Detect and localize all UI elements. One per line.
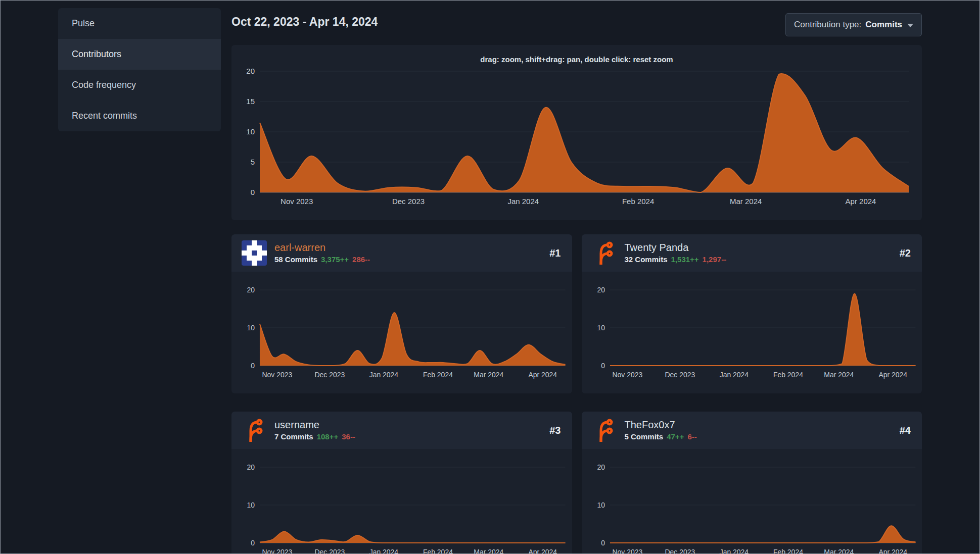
svg-text:Mar 2024: Mar 2024 [730, 197, 762, 206]
svg-text:Mar 2024: Mar 2024 [824, 548, 854, 554]
deletions-count: 6-- [687, 432, 696, 441]
svg-text:10: 10 [597, 324, 605, 332]
contributor-card-2: Twenty Panda 32 Commits 1,531++ 1,297-- … [582, 234, 922, 393]
contributor-name-link[interactable]: earl-warren [274, 242, 542, 253]
svg-text:Apr 2024: Apr 2024 [528, 548, 557, 554]
contributor-card-1: earl-warren 58 Commits 3,375++ 286-- #1 … [231, 234, 572, 393]
sidebar-item-pulse[interactable]: Pulse [58, 8, 221, 39]
forgejo-logo-icon [592, 240, 617, 266]
svg-text:Nov 2023: Nov 2023 [262, 548, 293, 554]
forgejo-avatar[interactable] [242, 418, 267, 443]
svg-text:Apr 2024: Apr 2024 [878, 371, 907, 379]
contributor-stats: 7 Commits 108++ 36-- [274, 432, 542, 441]
contributor-chart-area: 01020Nov 2023Dec 2023Jan 2024Feb 2024Mar… [231, 449, 572, 554]
contributor-stats: 58 Commits 3,375++ 286-- [274, 255, 542, 264]
contributor-commits-chart[interactable]: 01020Nov 2023Dec 2023Jan 2024Feb 2024Mar… [231, 449, 572, 554]
svg-text:10: 10 [247, 324, 255, 332]
contributor-chart-area: 01020Nov 2023Dec 2023Jan 2024Feb 2024Mar… [582, 449, 922, 554]
svg-text:10: 10 [597, 501, 605, 509]
sidebar-item-code-frequency[interactable]: Code frequency [58, 70, 221, 100]
contributor-name-link[interactable]: username [274, 420, 542, 430]
svg-text:Jan 2024: Jan 2024 [507, 197, 539, 206]
svg-text:Mar 2024: Mar 2024 [474, 371, 503, 379]
svg-text:20: 20 [246, 67, 255, 75]
svg-text:Feb 2024: Feb 2024 [423, 371, 453, 379]
contributor-chart-area: 01020Nov 2023Dec 2023Jan 2024Feb 2024Mar… [582, 272, 922, 393]
contributor-card-header: username 7 Commits 108++ 36-- #3 [231, 412, 572, 449]
contribution-type-label: Contribution type: [794, 20, 861, 30]
svg-text:Apr 2024: Apr 2024 [528, 371, 557, 379]
svg-text:Dec 2023: Dec 2023 [314, 548, 345, 554]
dropdown-caret-icon [907, 24, 913, 27]
deletions-count: 1,297-- [703, 255, 727, 264]
svg-text:15: 15 [246, 97, 255, 106]
contributor-stats: 5 Commits 47++ 6-- [625, 432, 892, 441]
forgejo-avatar[interactable] [592, 240, 617, 266]
svg-text:Feb 2024: Feb 2024 [423, 548, 453, 554]
overall-commits-area-chart[interactable]: 05101520Nov 2023Dec 2023Jan 2024Feb 2024… [231, 45, 922, 220]
contributor-commits-chart[interactable]: 01020Nov 2023Dec 2023Jan 2024Feb 2024Mar… [582, 449, 922, 554]
contributor-rank: #4 [900, 425, 911, 436]
identicon-image [242, 240, 267, 266]
contributor-name-link[interactable]: Twenty Panda [625, 242, 892, 253]
svg-text:5: 5 [251, 158, 255, 166]
overall-activity-chart-panel: drag: zoom, shift+drag: pan, double clic… [231, 45, 922, 220]
contributor-commits-chart[interactable]: 01020Nov 2023Dec 2023Jan 2024Feb 2024Mar… [231, 272, 572, 393]
svg-text:0: 0 [601, 539, 605, 547]
svg-text:Nov 2023: Nov 2023 [262, 371, 293, 379]
contributor-rank: #3 [549, 425, 561, 436]
svg-text:20: 20 [247, 463, 255, 471]
svg-text:10: 10 [246, 127, 255, 136]
svg-text:0: 0 [251, 539, 255, 547]
contribution-type-dropdown[interactable]: Contribution type: Commits [785, 13, 922, 36]
additions-count: 47++ [667, 432, 684, 441]
activity-sidebar-menu: Pulse Contributors Code frequency Recent… [58, 8, 221, 131]
svg-text:Mar 2024: Mar 2024 [474, 548, 503, 554]
svg-text:Feb 2024: Feb 2024 [622, 197, 654, 206]
chart-zoom-hint: drag: zoom, shift+drag: pan, double clic… [231, 55, 922, 64]
contributor-meta: Twenty Panda 32 Commits 1,531++ 1,297-- [625, 242, 892, 264]
contribution-type-value: Commits [865, 20, 902, 30]
svg-text:Jan 2024: Jan 2024 [719, 371, 749, 379]
commit-count: 32 Commits [625, 255, 668, 264]
svg-text:20: 20 [247, 286, 255, 294]
svg-text:Apr 2024: Apr 2024 [878, 548, 907, 554]
deletions-count: 36-- [342, 432, 355, 441]
contributor-card-4: TheFox0x7 5 Commits 47++ 6-- #4 01020Nov… [582, 412, 922, 554]
additions-count: 3,375++ [321, 255, 349, 264]
contributor-stats: 32 Commits 1,531++ 1,297-- [625, 255, 892, 264]
contributor-meta: TheFox0x7 5 Commits 47++ 6-- [625, 420, 892, 441]
contributor-card-3: username 7 Commits 108++ 36-- #3 01020No… [231, 412, 572, 554]
page-layout: Pulse Contributors Code frequency Recent… [1, 1, 979, 554]
svg-text:Nov 2023: Nov 2023 [612, 371, 642, 379]
svg-text:0: 0 [251, 362, 255, 370]
sidebar-item-recent-commits[interactable]: Recent commits [58, 100, 221, 131]
date-range-title: Oct 22, 2023 - Apr 14, 2024 [231, 13, 378, 29]
svg-text:Nov 2023: Nov 2023 [281, 197, 313, 206]
svg-text:Dec 2023: Dec 2023 [392, 197, 425, 206]
contributor-chart-area: 01020Nov 2023Dec 2023Jan 2024Feb 2024Mar… [231, 272, 572, 393]
contributor-name-link[interactable]: TheFox0x7 [625, 420, 892, 430]
svg-text:Nov 2023: Nov 2023 [612, 548, 642, 554]
additions-count: 108++ [317, 432, 339, 441]
deletions-count: 286-- [352, 255, 370, 264]
identicon-avatar[interactable] [242, 240, 267, 266]
forgejo-avatar[interactable] [592, 418, 617, 443]
sidebar-item-contributors[interactable]: Contributors [58, 39, 221, 70]
svg-text:Apr 2024: Apr 2024 [846, 197, 876, 206]
forgejo-logo-icon [242, 418, 267, 443]
contributor-card-header: Twenty Panda 32 Commits 1,531++ 1,297-- … [582, 234, 922, 272]
svg-text:Jan 2024: Jan 2024 [719, 548, 749, 554]
svg-text:0: 0 [601, 362, 605, 370]
contributor-rank: #1 [549, 247, 561, 259]
contributor-meta: username 7 Commits 108++ 36-- [274, 420, 542, 441]
svg-text:Jan 2024: Jan 2024 [369, 548, 399, 554]
forgejo-logo-icon [592, 418, 617, 443]
svg-text:Feb 2024: Feb 2024 [773, 371, 803, 379]
svg-text:0: 0 [251, 188, 255, 196]
contributor-commits-chart[interactable]: 01020Nov 2023Dec 2023Jan 2024Feb 2024Mar… [582, 272, 922, 393]
svg-text:Mar 2024: Mar 2024 [824, 371, 854, 379]
contributor-cards-grid: earl-warren 58 Commits 3,375++ 286-- #1 … [231, 234, 922, 554]
svg-text:Dec 2023: Dec 2023 [665, 371, 695, 379]
toolbar: Oct 22, 2023 - Apr 14, 2024 Contribution… [231, 13, 922, 36]
